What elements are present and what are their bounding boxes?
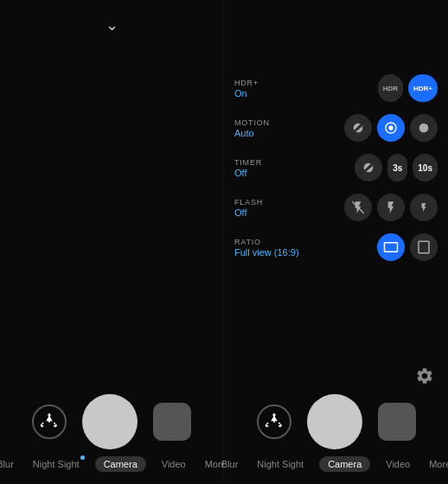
right-last-photo-button[interactable] xyxy=(378,403,416,441)
ratio-43-button[interactable] xyxy=(410,233,438,261)
svg-point-0 xyxy=(388,125,393,130)
timer-value: Off xyxy=(234,168,304,178)
motion-auto-icon xyxy=(384,121,398,135)
right-mode-blur[interactable]: Blur xyxy=(218,457,242,471)
gear-icon xyxy=(415,366,434,385)
right-mode-video[interactable]: Video xyxy=(382,457,413,471)
mode-blur[interactable]: Blur xyxy=(0,457,17,471)
left-camera-controls xyxy=(0,394,223,449)
ratio-value: Full view (16:9) xyxy=(234,247,304,258)
motion-off-button[interactable] xyxy=(344,114,372,142)
flash-on-button[interactable] xyxy=(410,194,438,221)
hdr-off-button[interactable]: HDR xyxy=(378,74,403,102)
mode-night-sight[interactable]: Night Sight xyxy=(29,457,83,471)
motion-label: MOTION xyxy=(234,118,304,127)
left-bottom-bar: Blur Night Sight Camera Video More xyxy=(0,385,223,484)
mode-video[interactable]: Video xyxy=(158,457,189,471)
right-panel: HDR+ On HDR HDR+ MOTION Auto xyxy=(224,0,448,484)
flash-info: FLASH Off xyxy=(234,198,304,218)
night-sight-dot xyxy=(80,455,85,460)
flash-auto-button[interactable] xyxy=(377,194,405,221)
svg-rect-2 xyxy=(385,243,398,252)
flash-setting-row: FLASH Off xyxy=(234,188,438,226)
svg-rect-3 xyxy=(419,241,429,253)
shutter-button[interactable] xyxy=(82,394,138,449)
motion-value: Auto xyxy=(234,128,304,138)
flash-off-icon xyxy=(351,201,365,214)
left-panel: ⌄ Blur Night Sight Camera xyxy=(0,0,224,484)
right-mode-bar: Blur Night Sight Camera Video More xyxy=(224,455,448,472)
ratio-169-icon xyxy=(383,239,399,255)
right-camera-controls xyxy=(224,394,448,449)
ratio-label: RATIO xyxy=(234,238,304,246)
timer-label: TIMER xyxy=(234,158,304,167)
hdr-setting-row: HDR+ On HDR HDR+ xyxy=(234,69,438,107)
ratio-setting-row: RATIO Full view (16:9) xyxy=(234,228,438,266)
ratio-43-icon xyxy=(416,239,432,255)
motion-on-icon xyxy=(417,121,431,135)
last-photo-button[interactable] xyxy=(153,403,191,441)
right-mode-camera[interactable]: Camera xyxy=(319,456,370,472)
hdr-label: HDR+ xyxy=(234,79,304,87)
hdr-value: On xyxy=(234,88,304,99)
ratio-169-button[interactable] xyxy=(377,233,405,261)
right-flip-icon xyxy=(266,413,283,430)
flash-auto-icon xyxy=(384,201,398,214)
timer-off-icon xyxy=(362,161,375,175)
flash-options xyxy=(344,194,438,221)
svg-point-1 xyxy=(419,124,429,133)
right-shutter-button[interactable] xyxy=(307,394,362,449)
flip-icon xyxy=(41,413,58,430)
motion-setting-row: MOTION Auto xyxy=(234,109,438,147)
mode-camera[interactable]: Camera xyxy=(95,456,146,472)
right-mode-night-sight[interactable]: Night Sight xyxy=(253,457,307,471)
settings-panel: HDR+ On HDR HDR+ MOTION Auto xyxy=(234,69,438,266)
flash-value: Off xyxy=(234,207,304,218)
ratio-options xyxy=(377,233,438,261)
timer-off-button[interactable] xyxy=(355,154,382,182)
hdr-options: HDR HDR+ xyxy=(378,74,438,102)
motion-off-icon xyxy=(351,121,365,135)
motion-auto-button[interactable] xyxy=(377,114,405,142)
timer-info: TIMER Off xyxy=(234,158,304,178)
right-mode-more[interactable]: More xyxy=(426,457,448,471)
left-mode-bar: Blur Night Sight Camera Video More xyxy=(0,455,223,472)
ratio-info: RATIO Full view (16:9) xyxy=(234,238,304,258)
timer-3s-button[interactable]: 3s xyxy=(387,154,407,182)
gear-icon-container[interactable] xyxy=(415,366,434,389)
motion-options xyxy=(344,114,438,142)
flash-off-button[interactable] xyxy=(344,194,372,221)
flash-label: FLASH xyxy=(234,198,304,207)
chevron-down-icon[interactable]: ⌄ xyxy=(106,16,118,35)
motion-info: MOTION Auto xyxy=(234,118,304,138)
timer-options: 3s 10s xyxy=(355,154,438,182)
timer-setting-row: TIMER Off 3s 10s xyxy=(234,149,438,187)
right-bottom-bar: Blur Night Sight Camera Video More xyxy=(224,385,448,484)
right-flip-camera-button[interactable] xyxy=(257,404,291,439)
motion-on-button[interactable] xyxy=(410,114,438,142)
timer-10s-button[interactable]: 10s xyxy=(413,154,438,182)
flash-on-icon xyxy=(419,201,429,214)
hdr-on-button[interactable]: HDR+ xyxy=(408,74,438,102)
hdr-info: HDR+ On xyxy=(234,79,304,99)
flip-camera-button[interactable] xyxy=(32,404,67,439)
